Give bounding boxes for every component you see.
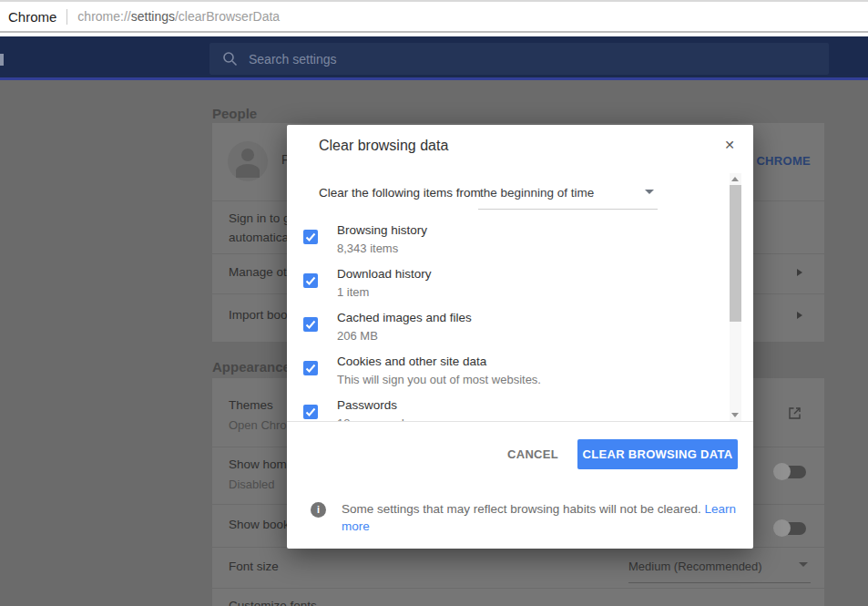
manage-people-label: Manage oth	[229, 265, 293, 279]
footer-text: Some settings that may reflect browsing …	[342, 502, 701, 516]
appearance-section-label: Appearance	[212, 359, 291, 375]
scrollbar-thumb[interactable]	[730, 185, 741, 322]
sign-in-to-chrome-button[interactable]: O CHROME	[743, 154, 811, 168]
show-bookmarks-toggle[interactable]	[775, 522, 806, 535]
clear-browsing-data-dialog: Clear browsing data ✕ Clear the followin…	[287, 125, 753, 549]
clear-browsing-data-button[interactable]: CLEAR BROWSING DATA	[577, 439, 738, 469]
chevron-down-icon	[645, 190, 654, 194]
time-range-select[interactable]: the beginning of time	[478, 182, 658, 210]
close-icon[interactable]: ✕	[720, 136, 739, 154]
url-path: /clearBrowserData	[175, 9, 280, 24]
url-scheme: chrome://	[77, 9, 130, 24]
checkbox-checked[interactable]	[303, 273, 318, 288]
themes-label: Themes	[229, 398, 273, 412]
item-label: Cached images and files	[337, 311, 472, 324]
topbar-separator	[66, 9, 67, 25]
item-detail: 1 item	[337, 285, 369, 299]
list-item-browsing-history: Browsing history 8,343 items	[287, 221, 753, 263]
checkbox-checked[interactable]	[303, 405, 318, 419]
list-item-passwords: Passwords 18 passwords	[287, 396, 753, 422]
item-label: Browsing history	[337, 223, 427, 237]
font-size-label: Font size	[229, 560, 279, 573]
item-detail: This will sign you out of most websites.	[337, 373, 541, 386]
themes-sub-label: Open Chro	[229, 418, 287, 432]
show-bookmarks-label: Show book	[229, 518, 290, 531]
people-section-label: People	[212, 106, 257, 121]
checkbox-checked[interactable]	[303, 317, 318, 332]
settings-header: Search settings	[0, 36, 868, 80]
avatar	[228, 141, 268, 181]
list-item-download-history: Download history 1 item	[287, 265, 753, 307]
show-home-toggle[interactable]	[775, 466, 806, 478]
sync-row-line1: Sign in to g	[229, 211, 291, 225]
url-text: chrome://settings/clearBrowserData	[77, 9, 280, 24]
show-home-status: Disabled	[229, 478, 275, 491]
checkbox-checked[interactable]	[303, 230, 318, 244]
chevron-right-icon	[797, 269, 802, 276]
list-item-cached-images: Cached images and files 206 MB	[287, 309, 753, 351]
show-home-label: Show home	[229, 457, 293, 471]
search-input[interactable]: Search settings	[209, 43, 829, 75]
item-detail: 206 MB	[337, 329, 378, 343]
font-size-select[interactable]: Medium (Recommended)	[628, 558, 811, 583]
item-label: Download history	[337, 267, 432, 281]
dialog-title: Clear browsing data	[319, 138, 448, 154]
item-label: Passwords	[337, 398, 397, 412]
chevron-down-icon	[799, 562, 808, 567]
app-title: Chrome	[8, 9, 56, 25]
item-detail: 18 passwords	[337, 416, 410, 422]
import-bookmarks-label: Import boo	[229, 308, 288, 322]
scroll-up-icon[interactable]	[731, 177, 739, 181]
dialog-footer-note: Some settings that may reflect browsing …	[342, 500, 747, 535]
chevron-right-icon	[797, 312, 802, 319]
time-range-value: the beginning of time	[480, 186, 594, 200]
dialog-scrollbar[interactable]	[730, 173, 741, 421]
cancel-button[interactable]: CANCEL	[492, 439, 574, 469]
checkbox-checked[interactable]	[303, 361, 318, 375]
open-in-new-icon	[787, 406, 802, 421]
url-section: settings	[131, 9, 175, 24]
info-icon: i	[311, 502, 326, 518]
item-label: Cookies and other site data	[337, 354, 486, 368]
scroll-down-icon[interactable]	[731, 413, 739, 417]
list-item-cookies: Cookies and other site data This will si…	[287, 353, 753, 395]
customize-fonts-label: Customize fonts	[229, 599, 317, 606]
font-size-value: Medium (Recommended)	[628, 560, 762, 573]
item-detail: 8,343 items	[337, 241, 398, 255]
search-icon	[222, 51, 238, 67]
browser-topbar: Chrome chrome://settings/clearBrowserDat…	[0, 0, 868, 33]
time-range-label: Clear the following items from	[319, 186, 481, 200]
dialog-scroll-area: Clear the following items from the begin…	[287, 171, 753, 422]
search-placeholder: Search settings	[249, 52, 337, 67]
sync-row-line2: automatica	[229, 231, 289, 244]
menu-icon-fragment	[0, 54, 4, 66]
